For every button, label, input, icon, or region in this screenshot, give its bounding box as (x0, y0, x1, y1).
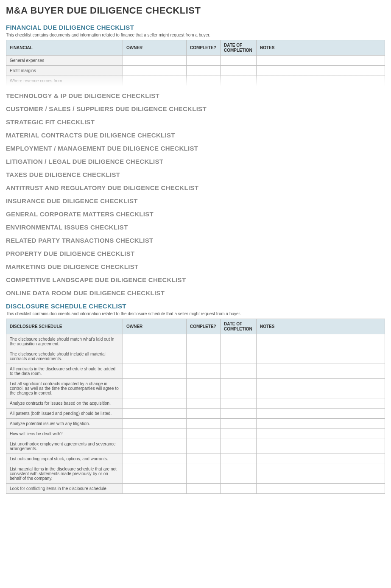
owner-cell[interactable] (123, 429, 187, 439)
col-header-item: DISCLOSURE SCHEDULE (6, 319, 123, 334)
owner-cell[interactable] (123, 454, 187, 464)
owner-cell[interactable] (123, 334, 187, 349)
collapsed-section-heading[interactable]: INSURANCE DUE DILIGENCE CHECKLIST (6, 197, 385, 204)
collapsed-section-heading[interactable]: MATERIAL CONTRACTS DUE DILIGENCE CHECKLI… (6, 132, 385, 139)
collapsed-section-heading[interactable]: EMPLOYMENT / MANAGEMENT DUE DILIGENCE CH… (6, 145, 385, 152)
date-cell[interactable] (221, 484, 257, 494)
collapsed-section-heading[interactable]: RELATED PARTY TRANSACTIONS CHECKLIST (6, 237, 385, 244)
collapsed-section-heading[interactable]: COMPETITIVE LANDSCAPE DUE DILIGENCE CHEC… (6, 276, 385, 283)
collapsed-section-heading[interactable]: ONLINE DATA ROOM DUE DILIGENCE CHECKLIST (6, 289, 385, 297)
owner-cell[interactable] (123, 66, 187, 76)
date-cell[interactable] (221, 379, 257, 398)
notes-cell[interactable] (257, 429, 385, 439)
date-cell[interactable] (221, 66, 257, 76)
collapsed-section-heading[interactable]: ANTITRUST AND REGULATORY DUE DILIGENCE C… (6, 184, 385, 191)
complete-cell[interactable] (187, 484, 221, 494)
date-cell[interactable] (221, 454, 257, 464)
collapsed-section-heading[interactable]: ENVIRONMENTAL ISSUES CHECKLIST (6, 224, 385, 231)
table-row: Analyze potential issues with any litiga… (6, 419, 385, 429)
date-cell[interactable] (221, 56, 257, 66)
item-cell: List outstanding capital stock, options,… (6, 454, 123, 464)
complete-cell[interactable] (187, 76, 221, 86)
notes-cell[interactable] (257, 379, 385, 398)
notes-cell[interactable] (257, 409, 385, 419)
complete-cell[interactable] (187, 334, 221, 349)
owner-cell[interactable] (123, 349, 187, 364)
complete-cell[interactable] (187, 464, 221, 484)
complete-cell[interactable] (187, 419, 221, 429)
collapsed-section-heading[interactable]: TAXES DUE DILIGENCE CHECKLIST (6, 171, 385, 178)
date-cell[interactable] (221, 364, 257, 379)
date-cell[interactable] (221, 398, 257, 409)
table-row: All patents (both issued and pending) sh… (6, 409, 385, 419)
date-cell[interactable] (221, 349, 257, 364)
collapsed-section-heading[interactable]: PROPERTY DUE DILIGENCE CHECKLIST (6, 250, 385, 257)
date-cell[interactable] (221, 409, 257, 419)
complete-cell[interactable] (187, 66, 221, 76)
collapsed-section-heading[interactable]: TECHNOLOGY & IP DUE DILIGENCE CHECKLIST (6, 92, 385, 99)
col-header-complete: COMPLETE? (187, 40, 221, 56)
notes-cell[interactable] (257, 56, 385, 66)
owner-cell[interactable] (123, 439, 187, 454)
owner-cell[interactable] (123, 76, 187, 86)
notes-cell[interactable] (257, 76, 385, 86)
date-cell[interactable] (221, 334, 257, 349)
complete-cell[interactable] (187, 439, 221, 454)
date-cell[interactable] (221, 419, 257, 429)
notes-cell[interactable] (257, 66, 385, 76)
notes-cell[interactable] (257, 334, 385, 349)
col-header-date: DATE OF COMPLETION (221, 40, 257, 56)
collapsed-section-heading[interactable]: CUSTOMER / SALES / SUPPLIERS DUE DILIGEN… (6, 105, 385, 112)
complete-cell[interactable] (187, 349, 221, 364)
owner-cell[interactable] (123, 398, 187, 409)
complete-cell[interactable] (187, 429, 221, 439)
complete-cell[interactable] (187, 454, 221, 464)
owner-cell[interactable] (123, 409, 187, 419)
notes-cell[interactable] (257, 349, 385, 364)
owner-cell[interactable] (123, 379, 187, 398)
table-row: List material items in the disclosure sc… (6, 464, 385, 484)
table-header-row: FINANCIAL OWNER COMPLETE? DATE OF COMPLE… (6, 40, 385, 56)
item-cell: Look for conflicting items in the disclo… (6, 484, 123, 494)
complete-cell[interactable] (187, 409, 221, 419)
notes-cell[interactable] (257, 454, 385, 464)
item-cell: All patents (both issued and pending) sh… (6, 409, 123, 419)
notes-cell[interactable] (257, 419, 385, 429)
date-cell[interactable] (221, 429, 257, 439)
collapsed-section-heading[interactable]: MARKETING DUE DILIGENCE CHECKLIST (6, 263, 385, 270)
owner-cell[interactable] (123, 56, 187, 66)
col-header-owner: OWNER (123, 319, 187, 334)
collapsed-section-heading[interactable]: GENERAL CORPORATE MATTERS CHECKLIST (6, 210, 385, 218)
notes-cell[interactable] (257, 364, 385, 379)
col-header-complete: COMPLETE? (187, 319, 221, 334)
owner-cell[interactable] (123, 364, 187, 379)
col-header-owner: OWNER (123, 40, 187, 56)
date-cell[interactable] (221, 464, 257, 484)
financial-table: FINANCIAL OWNER COMPLETE? DATE OF COMPLE… (6, 40, 385, 86)
item-cell: List material items in the disclosure sc… (6, 464, 123, 484)
notes-cell[interactable] (257, 484, 385, 494)
notes-cell[interactable] (257, 398, 385, 409)
table-row: List unorthodox employment agreements an… (6, 439, 385, 454)
owner-cell[interactable] (123, 484, 187, 494)
date-cell[interactable] (221, 76, 257, 86)
complete-cell[interactable] (187, 364, 221, 379)
complete-cell[interactable] (187, 56, 221, 66)
item-cell: Where revenue comes from (6, 76, 123, 86)
complete-cell[interactable] (187, 398, 221, 409)
date-cell[interactable] (221, 439, 257, 454)
table-row: Where revenue comes from (6, 76, 385, 86)
table-row: Analyze contracts for issues based on th… (6, 398, 385, 409)
owner-cell[interactable] (123, 419, 187, 429)
complete-cell[interactable] (187, 379, 221, 398)
collapsed-section-heading[interactable]: LITIGATION / LEGAL DUE DILIGENCE CHECKLI… (6, 158, 385, 165)
section-desc-disclosure: This checklist contains documents and in… (6, 311, 385, 316)
col-header-notes: NOTES (257, 40, 385, 56)
collapsed-section-heading[interactable]: STRATEGIC FIT CHECKLIST (6, 118, 385, 126)
owner-cell[interactable] (123, 464, 187, 484)
notes-cell[interactable] (257, 464, 385, 484)
item-cell: General expenses (6, 56, 123, 66)
notes-cell[interactable] (257, 439, 385, 454)
section-desc-financial: This checklist contains documents and in… (6, 33, 385, 37)
item-cell: List unorthodox employment agreements an… (6, 439, 123, 454)
